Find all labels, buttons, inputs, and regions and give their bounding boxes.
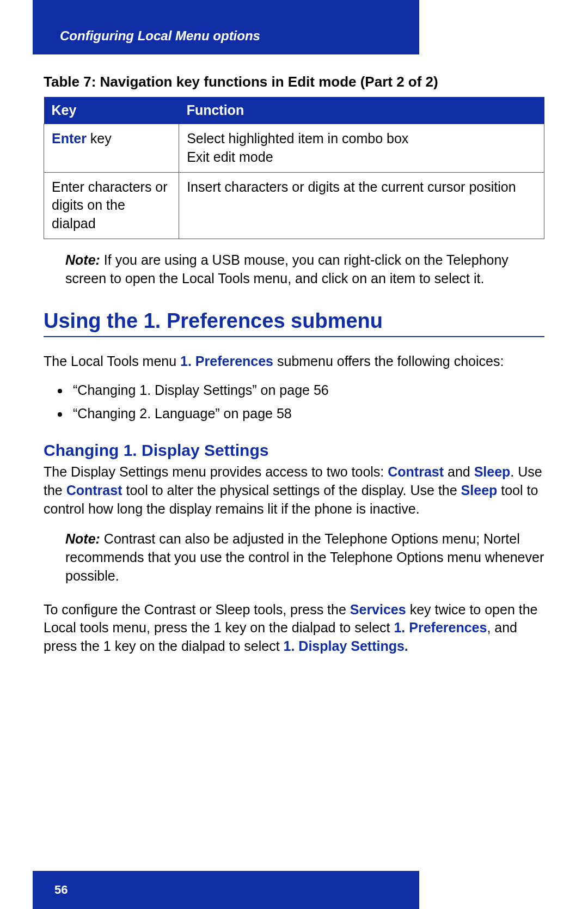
note-contrast: Note: Contrast can also be adjusted in t… [65, 530, 544, 585]
intro-pre: The Local Tools menu [44, 353, 180, 369]
list-item: “Changing 2. Language” on page 58 [70, 402, 544, 425]
b: Services [350, 602, 406, 617]
intro-post: submenu offers the following choices: [273, 353, 504, 369]
note-label: Note: [65, 531, 100, 546]
header-bar: Configuring Local Menu options [33, 0, 419, 54]
nav-key-table: Key Function Enter key Select highlighte… [44, 97, 544, 239]
cell-key-enter: Enter key [44, 124, 179, 173]
t: To configure the Contrast or Sleep tools… [44, 602, 350, 617]
th-function: Function [179, 97, 544, 124]
enter-key-rest: key [87, 131, 112, 146]
b: Contrast [66, 483, 122, 498]
func-line2: Exit edit mode [187, 149, 273, 164]
b: 1. Display Settings. [284, 638, 408, 654]
table-caption: Table 7: Navigation key functions in Edi… [44, 74, 544, 90]
cell-key-chars: Enter characters or digits on the dialpa… [44, 172, 179, 239]
footer-bar: 56 [33, 871, 419, 909]
list-item: “Changing 1. Display Settings” on page 5… [70, 379, 544, 402]
func-line1: Select highlighted item in combo box [187, 131, 408, 146]
cell-func-chars: Insert characters or digits at the curre… [179, 172, 544, 239]
enter-key-label: Enter [52, 131, 87, 146]
note-label: Note: [65, 252, 100, 267]
table-row: Enter key Select highlighted item in com… [44, 124, 544, 173]
t: tool to alter the physical settings of t… [122, 483, 461, 498]
b: 1. Preferences [394, 620, 487, 635]
b: Contrast [388, 464, 444, 479]
display-settings-para: The Display Settings menu provides acces… [44, 463, 544, 518]
t: The Display Settings menu provides acces… [44, 464, 388, 479]
heading-display-settings: Changing 1. Display Settings [44, 441, 544, 460]
configure-para: To configure the Contrast or Sleep tools… [44, 601, 544, 656]
heading-preferences-submenu: Using the 1. Preferences submenu [44, 309, 544, 337]
note-text: Contrast can also be adjusted in the Tel… [65, 531, 544, 583]
note-usb-mouse: Note: If you are using a USB mouse, you … [65, 251, 544, 288]
b: Sleep [461, 483, 498, 498]
th-key: Key [44, 97, 179, 124]
intro-text: The Local Tools menu 1. Preferences subm… [44, 352, 544, 371]
bullet-list: “Changing 1. Display Settings” on page 5… [44, 379, 544, 425]
header-title: Configuring Local Menu options [60, 28, 260, 44]
table-row: Enter characters or digits on the dialpa… [44, 172, 544, 239]
b: Sleep [474, 464, 511, 479]
note-text: If you are using a USB mouse, you can ri… [65, 252, 509, 286]
table-header-row: Key Function [44, 97, 544, 124]
t: and [444, 464, 474, 479]
page-content: Table 7: Navigation key functions in Edi… [44, 68, 544, 660]
page-number: 56 [54, 883, 68, 897]
cell-func-enter: Select highlighted item in combo box Exi… [179, 124, 544, 173]
intro-bold: 1. Preferences [180, 353, 273, 369]
